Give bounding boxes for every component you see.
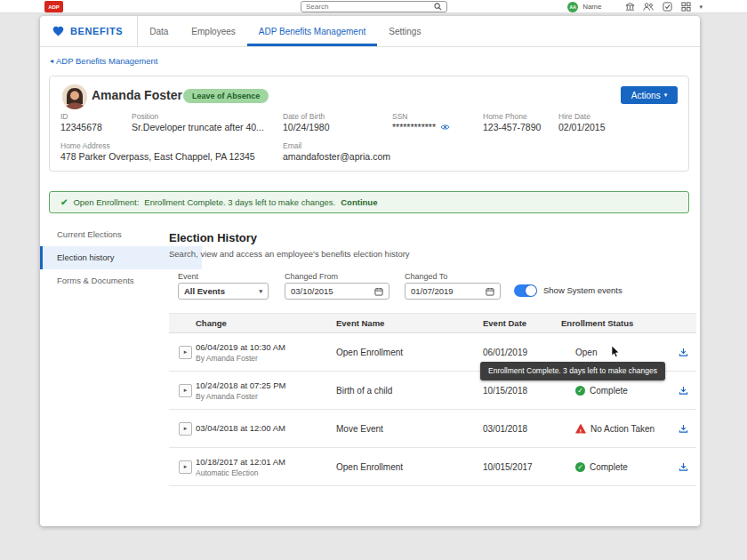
field-value-position: Sr.Developer truncate after 40... xyxy=(132,122,264,132)
brand-label: BENEFITS xyxy=(70,26,123,36)
user-name: Name xyxy=(582,3,601,11)
mouse-cursor-icon xyxy=(611,346,621,362)
changed-from-date-input[interactable]: 03/10/2015 xyxy=(285,283,390,300)
event-filter-select[interactable]: All Events ▾ xyxy=(178,283,269,300)
show-system-events-toggle[interactable] xyxy=(514,284,537,297)
status-badge: Leave of Absence xyxy=(183,89,269,103)
topbar-right: AA Name ▾ xyxy=(567,0,703,13)
field-value-email: amandafoster@apria.com xyxy=(283,151,390,162)
field-label-id: ID xyxy=(60,112,68,121)
tab-employees[interactable]: Employees xyxy=(180,16,246,46)
global-search[interactable] xyxy=(301,1,447,12)
tasks-check-icon[interactable] xyxy=(662,2,672,12)
page-title: Election History xyxy=(169,231,257,244)
event-date: 10/15/2018 xyxy=(483,386,561,396)
field-label-ssn: SSN xyxy=(392,112,407,121)
field-label-position: Position xyxy=(132,112,158,121)
col-header-enrollment-status: Enrollment Status xyxy=(561,318,670,328)
download-icon[interactable] xyxy=(670,424,696,434)
adp-logo[interactable]: ADP xyxy=(44,1,63,12)
status-warning-icon xyxy=(575,424,586,434)
table-row: ▸ 03/04/2018 at 12:00 AM Move Event 03/0… xyxy=(169,410,696,448)
field-label-home-phone: Home Phone xyxy=(483,112,527,121)
event-date: 03/01/2018 xyxy=(483,424,561,434)
app-grid-icon[interactable] xyxy=(680,2,691,12)
employee-avatar xyxy=(62,84,87,109)
col-header-change: Change xyxy=(196,318,336,328)
event-name: Birth of a child xyxy=(336,386,483,396)
event-date: 06/01/2019 xyxy=(483,348,561,357)
field-value-home-phone: 123-457-7890 xyxy=(483,122,541,132)
toggle-label: Show System events xyxy=(543,285,622,295)
changed-to-label: Changed To xyxy=(405,272,447,281)
benefits-brand: BENEFITS xyxy=(40,16,138,46)
field-label-hire-date: Hire Date xyxy=(558,112,590,121)
chevron-down-icon[interactable]: ▾ xyxy=(699,4,703,11)
change-author: Automatic Election xyxy=(196,468,336,477)
expand-row-button[interactable]: ▸ xyxy=(179,384,192,397)
breadcrumb-label[interactable]: ADP Benefits Management xyxy=(56,56,157,66)
search-input[interactable] xyxy=(306,3,434,11)
enrollment-status: Complete xyxy=(561,386,670,396)
actions-button[interactable]: Actions ▾ xyxy=(621,86,678,104)
chevron-down-icon: ▾ xyxy=(259,288,262,295)
change-timestamp: 03/04/2018 at 12:00 AM xyxy=(196,423,336,433)
alert-prefix: Open Enrollment: xyxy=(73,197,139,207)
continue-link[interactable]: Continue xyxy=(341,197,377,207)
change-author: By Amanda Foster xyxy=(196,354,336,363)
field-value-hire-date: 02/01/2015 xyxy=(558,122,606,132)
changed-to-date-input[interactable]: 01/07/2019 xyxy=(405,283,501,300)
field-label-dob: Date of Birth xyxy=(283,112,325,121)
download-icon[interactable] xyxy=(670,348,696,357)
change-timestamp: 10/24/2018 at 07:25 PM xyxy=(196,380,336,390)
user-avatar[interactable]: AA xyxy=(567,2,578,12)
expand-row-button[interactable]: ▸ xyxy=(179,422,192,436)
enrollment-status: No Action Taken xyxy=(561,424,670,434)
enrollment-status: Complete xyxy=(561,462,670,472)
calendar-icon[interactable] xyxy=(486,287,494,296)
tab-data[interactable]: Data xyxy=(138,16,180,46)
event-date: 10/015/2017 xyxy=(483,462,561,472)
reveal-ssn-eye-icon[interactable] xyxy=(440,124,450,131)
table-row: ▸ 10/18/2017 at 12:01 AM Automatic Elect… xyxy=(169,448,696,486)
changed-from-label: Changed From xyxy=(285,272,338,281)
page-subtitle: Search, view and access an employee's be… xyxy=(169,249,410,259)
tab-bar: BENEFITS Data Employees ADP Benefits Man… xyxy=(40,16,700,47)
company-icon[interactable] xyxy=(624,2,635,12)
change-author: By Amanda Foster xyxy=(196,392,336,401)
alert-message: Enrollment Complete. 3 days left to make… xyxy=(144,197,335,207)
event-name: Open Enrollment xyxy=(336,462,483,472)
event-filter-label: Event xyxy=(178,272,198,281)
chevron-down-icon: ▾ xyxy=(664,92,668,99)
download-icon[interactable] xyxy=(670,462,696,472)
check-icon: ✔ xyxy=(60,197,68,207)
event-name: Move Event xyxy=(336,424,483,434)
status-icon xyxy=(575,386,585,396)
employee-header-card: Amanda Foster Leave of Absence Actions ▾… xyxy=(49,76,689,172)
col-header-event-date: Event Date xyxy=(483,318,561,328)
status-tooltip: Enrollment Complete. 3 days left to make… xyxy=(480,362,665,380)
expand-row-button[interactable]: ▸ xyxy=(179,460,192,474)
toggle-knob xyxy=(526,285,536,296)
download-icon[interactable] xyxy=(670,386,696,396)
top-bar: ADP AA Name ▾ xyxy=(0,0,747,13)
breadcrumb[interactable]: ◂ ADP Benefits Management xyxy=(50,56,157,66)
table-header-row: Change Event Name Event Date Enrollment … xyxy=(169,313,696,333)
employee-name: Amanda Foster xyxy=(92,88,182,102)
event-name: Open Enrollment xyxy=(336,348,483,357)
benefits-window: BENEFITS Data Employees ADP Benefits Man… xyxy=(40,16,700,526)
calendar-icon[interactable] xyxy=(374,287,383,296)
tab-adp-benefits-management[interactable]: ADP Benefits Management xyxy=(247,16,377,46)
back-arrow-icon: ◂ xyxy=(50,57,53,65)
people-icon[interactable] xyxy=(643,2,654,12)
expand-row-button[interactable]: ▸ xyxy=(179,346,192,359)
field-value-home-address: 478 Parker Overpass, East Chappel, PA 12… xyxy=(60,151,255,162)
heart-icon xyxy=(52,25,65,37)
field-label-email: Email xyxy=(283,141,301,150)
search-icon[interactable] xyxy=(434,3,442,11)
tab-settings[interactable]: Settings xyxy=(377,16,432,46)
field-value-ssn: ************ xyxy=(392,122,450,132)
field-value-dob: 10/24/1980 xyxy=(283,122,330,132)
field-value-id: 12345678 xyxy=(60,122,102,132)
field-label-home-address: Home Address xyxy=(60,141,110,150)
